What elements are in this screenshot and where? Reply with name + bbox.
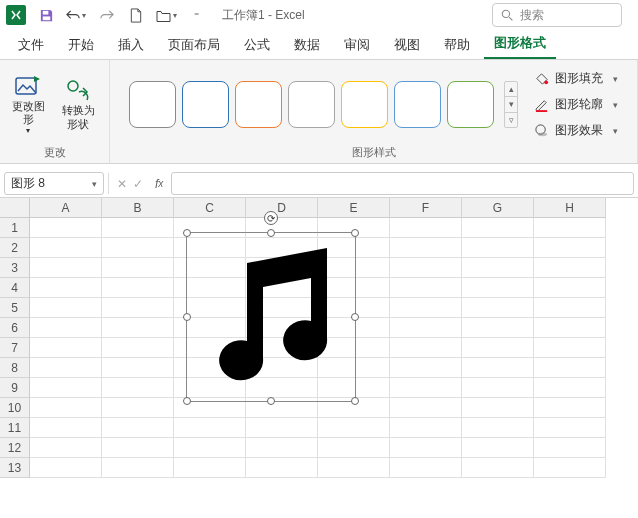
resize-handle-bm[interactable] <box>267 397 275 405</box>
resize-handle-mr[interactable] <box>351 313 359 321</box>
cell[interactable] <box>534 418 606 438</box>
row-header[interactable]: 6 <box>0 318 30 338</box>
cell[interactable] <box>102 358 174 378</box>
resize-handle-tm[interactable] <box>267 229 275 237</box>
cell[interactable] <box>30 458 102 478</box>
cell[interactable] <box>390 458 462 478</box>
row-header[interactable]: 3 <box>0 258 30 278</box>
cell[interactable] <box>30 238 102 258</box>
resize-handle-ml[interactable] <box>183 313 191 321</box>
cell[interactable] <box>390 258 462 278</box>
resize-handle-tl[interactable] <box>183 229 191 237</box>
cell[interactable] <box>390 278 462 298</box>
cancel-formula-button[interactable]: ✕ <box>117 177 127 191</box>
column-header[interactable]: D <box>246 198 318 218</box>
row-header[interactable]: 8 <box>0 358 30 378</box>
cell[interactable] <box>30 278 102 298</box>
qat-customize-button[interactable]: ⁼ <box>182 3 210 27</box>
cell[interactable] <box>462 218 534 238</box>
tab-formulas[interactable]: 公式 <box>234 32 280 59</box>
formula-bar[interactable] <box>171 172 634 195</box>
resize-handle-tr[interactable] <box>351 229 359 237</box>
column-header[interactable]: G <box>462 198 534 218</box>
cell[interactable] <box>390 318 462 338</box>
cell[interactable] <box>462 358 534 378</box>
cell[interactable] <box>102 438 174 458</box>
cell[interactable] <box>534 318 606 338</box>
undo-button[interactable]: ▾ <box>62 3 90 27</box>
search-input[interactable]: 搜索 <box>492 3 622 27</box>
shape-style-preset-6[interactable] <box>447 81 494 128</box>
cell[interactable] <box>462 278 534 298</box>
cell[interactable] <box>390 238 462 258</box>
tab-file[interactable]: 文件 <box>8 32 54 59</box>
redo-button[interactable] <box>92 3 120 27</box>
column-header[interactable]: F <box>390 198 462 218</box>
cell[interactable] <box>534 238 606 258</box>
cell[interactable] <box>174 418 246 438</box>
cell[interactable] <box>30 318 102 338</box>
cell[interactable] <box>102 278 174 298</box>
shape-style-preset-1[interactable] <box>182 81 229 128</box>
shape-effects-button[interactable]: 图形效果▾ <box>534 120 618 142</box>
cell[interactable] <box>390 338 462 358</box>
name-box[interactable]: 图形 8▾ <box>4 172 104 195</box>
cell[interactable] <box>462 318 534 338</box>
convert-to-shape-button[interactable]: 转换为形状 <box>56 70 100 140</box>
enter-formula-button[interactable]: ✓ <box>133 177 143 191</box>
tab-shape-format[interactable]: 图形格式 <box>484 30 556 59</box>
cell[interactable] <box>30 438 102 458</box>
row-header[interactable]: 7 <box>0 338 30 358</box>
cell[interactable] <box>462 418 534 438</box>
column-header[interactable]: E <box>318 198 390 218</box>
cell[interactable] <box>534 258 606 278</box>
cell[interactable] <box>30 218 102 238</box>
shape-style-preset-3[interactable] <box>288 81 335 128</box>
cell[interactable] <box>246 418 318 438</box>
save-button[interactable] <box>32 3 60 27</box>
cell[interactable] <box>462 338 534 358</box>
cell[interactable] <box>534 358 606 378</box>
shape-style-preset-0[interactable] <box>129 81 176 128</box>
cell[interactable] <box>390 438 462 458</box>
cell[interactable] <box>30 258 102 278</box>
cell[interactable] <box>534 458 606 478</box>
cell[interactable] <box>390 298 462 318</box>
cell[interactable] <box>390 398 462 418</box>
cell[interactable] <box>390 378 462 398</box>
cell[interactable] <box>390 418 462 438</box>
cell[interactable] <box>318 418 390 438</box>
row-header[interactable]: 13 <box>0 458 30 478</box>
shape-outline-button[interactable]: 图形轮廓▾ <box>534 94 618 116</box>
shape-style-preset-5[interactable] <box>394 81 441 128</box>
cell[interactable] <box>102 458 174 478</box>
change-graphic-button[interactable]: 更改图形▾ <box>6 70 50 140</box>
row-header[interactable]: 11 <box>0 418 30 438</box>
cell[interactable] <box>534 378 606 398</box>
shape-style-preset-2[interactable] <box>235 81 282 128</box>
cell[interactable] <box>30 358 102 378</box>
cell[interactable] <box>30 398 102 418</box>
cell[interactable] <box>246 438 318 458</box>
cell[interactable] <box>462 438 534 458</box>
select-all-corner[interactable] <box>0 198 30 218</box>
column-header[interactable]: B <box>102 198 174 218</box>
cell[interactable] <box>102 338 174 358</box>
cell[interactable] <box>534 438 606 458</box>
cell[interactable] <box>390 218 462 238</box>
cell[interactable] <box>30 418 102 438</box>
cell[interactable] <box>102 398 174 418</box>
music-note-icon[interactable] <box>187 233 357 403</box>
cell[interactable] <box>102 218 174 238</box>
resize-handle-br[interactable] <box>351 397 359 405</box>
cell[interactable] <box>174 438 246 458</box>
cell[interactable] <box>102 418 174 438</box>
styles-gallery-scroll[interactable]: ▴▾▿ <box>504 81 518 128</box>
column-header[interactable]: A <box>30 198 102 218</box>
cell[interactable] <box>246 458 318 478</box>
resize-handle-bl[interactable] <box>183 397 191 405</box>
cell[interactable] <box>534 218 606 238</box>
cell[interactable] <box>534 398 606 418</box>
cell[interactable] <box>102 298 174 318</box>
row-header[interactable]: 12 <box>0 438 30 458</box>
